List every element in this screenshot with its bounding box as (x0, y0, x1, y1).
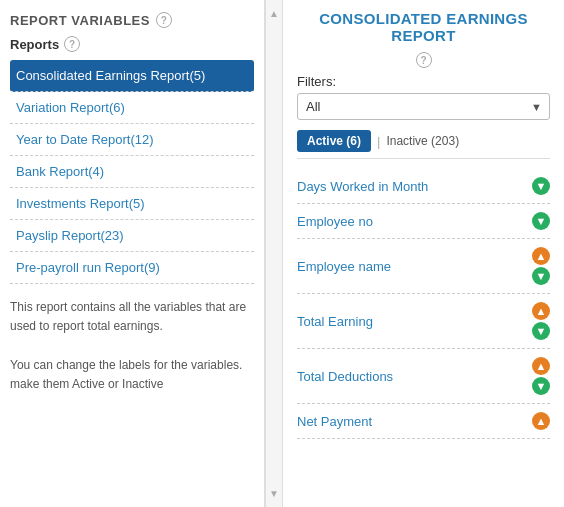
report-link[interactable]: Payslip Report(23) (10, 220, 254, 251)
icon-group: ▼ (532, 212, 550, 230)
move-down-icon[interactable]: ▼ (532, 212, 550, 230)
report-link[interactable]: Investments Report(5) (10, 188, 254, 219)
list-item[interactable]: Pre-payroll run Report(9) (10, 252, 254, 284)
icon-group: ▲ ▼ (532, 302, 550, 340)
right-panel-title: CONSOLIDATED EARNINGS REPORT (297, 10, 550, 44)
filter-select[interactable]: All Active Inactive (297, 93, 550, 120)
move-down-icon[interactable]: ▼ (532, 322, 550, 340)
variable-name[interactable]: Total Deductions (297, 369, 393, 384)
icon-group: ▲ (532, 412, 550, 430)
variable-name[interactable]: Employee no (297, 214, 373, 229)
scroll-bar[interactable]: ▲ ▼ (265, 0, 283, 507)
report-link[interactable]: Bank Report(4) (10, 156, 254, 187)
tab-active[interactable]: Active (6) (297, 130, 371, 152)
reports-label-text: Reports (10, 37, 59, 52)
section-title-text: REPORT VARIABLES (10, 13, 150, 28)
variable-item: Total Deductions ▲ ▼ (297, 349, 550, 404)
info-paragraph-1: This report contains all the variables t… (10, 298, 254, 336)
list-item[interactable]: Year to Date Report(12) (10, 124, 254, 156)
variable-name[interactable]: Days Worked in Month (297, 179, 428, 194)
variable-item: Employee name ▲ ▼ (297, 239, 550, 294)
right-panel: CONSOLIDATED EARNINGS REPORT ? Filters: … (283, 0, 564, 507)
list-item[interactable]: Bank Report(4) (10, 156, 254, 188)
right-help-icon[interactable]: ? (416, 52, 432, 68)
report-link[interactable]: Pre-payroll run Report(9) (10, 252, 254, 283)
reports-help-icon[interactable]: ? (64, 36, 80, 52)
report-link[interactable]: Year to Date Report(12) (10, 124, 254, 155)
filters-label: Filters: (297, 74, 550, 89)
right-help-row: ? (297, 52, 550, 68)
left-panel: REPORT VARIABLES ? Reports ? Consolidate… (0, 0, 265, 507)
variable-list: Days Worked in Month ▼ Employee no ▼ Emp… (297, 169, 550, 439)
variable-name[interactable]: Employee name (297, 259, 391, 274)
list-item[interactable]: Payslip Report(23) (10, 220, 254, 252)
active-report-label: Consolidated Earnings Report(5) (16, 68, 205, 83)
variable-item: Employee no ▼ (297, 204, 550, 239)
section-title: REPORT VARIABLES ? (10, 12, 254, 28)
scroll-up-arrow[interactable]: ▲ (269, 8, 279, 19)
report-item-active[interactable]: Consolidated Earnings Report(5) (10, 60, 254, 92)
tab-divider: | (377, 134, 380, 149)
move-up-icon[interactable]: ▲ (532, 247, 550, 265)
tab-inactive[interactable]: Inactive (203) (386, 134, 459, 148)
section-help-icon[interactable]: ? (156, 12, 172, 28)
info-text-1: This report contains all the variables t… (10, 298, 254, 394)
variable-name[interactable]: Net Payment (297, 414, 372, 429)
filter-select-wrapper: All Active Inactive ▼ (297, 93, 550, 120)
reports-label-row: Reports ? (10, 36, 254, 52)
move-up-icon[interactable]: ▲ (532, 357, 550, 375)
variable-item: Days Worked in Month ▼ (297, 169, 550, 204)
icon-group: ▼ (532, 177, 550, 195)
list-item[interactable]: Variation Report(6) (10, 92, 254, 124)
tab-bar: Active (6) | Inactive (203) (297, 130, 550, 159)
icon-group: ▲ ▼ (532, 247, 550, 285)
report-link[interactable]: Variation Report(6) (10, 92, 254, 123)
info-paragraph-2: You can change the labels for the variab… (10, 356, 254, 394)
move-up-icon[interactable]: ▲ (532, 412, 550, 430)
variable-item: Total Earning ▲ ▼ (297, 294, 550, 349)
icon-group: ▲ ▼ (532, 357, 550, 395)
variable-name[interactable]: Total Earning (297, 314, 373, 329)
scroll-down-arrow[interactable]: ▼ (269, 488, 279, 499)
move-down-icon[interactable]: ▼ (532, 267, 550, 285)
move-down-icon[interactable]: ▼ (532, 377, 550, 395)
list-item[interactable]: Investments Report(5) (10, 188, 254, 220)
report-list: Consolidated Earnings Report(5) Variatio… (10, 60, 254, 284)
move-up-icon[interactable]: ▲ (532, 302, 550, 320)
move-down-icon[interactable]: ▼ (532, 177, 550, 195)
variable-item: Net Payment ▲ (297, 404, 550, 439)
